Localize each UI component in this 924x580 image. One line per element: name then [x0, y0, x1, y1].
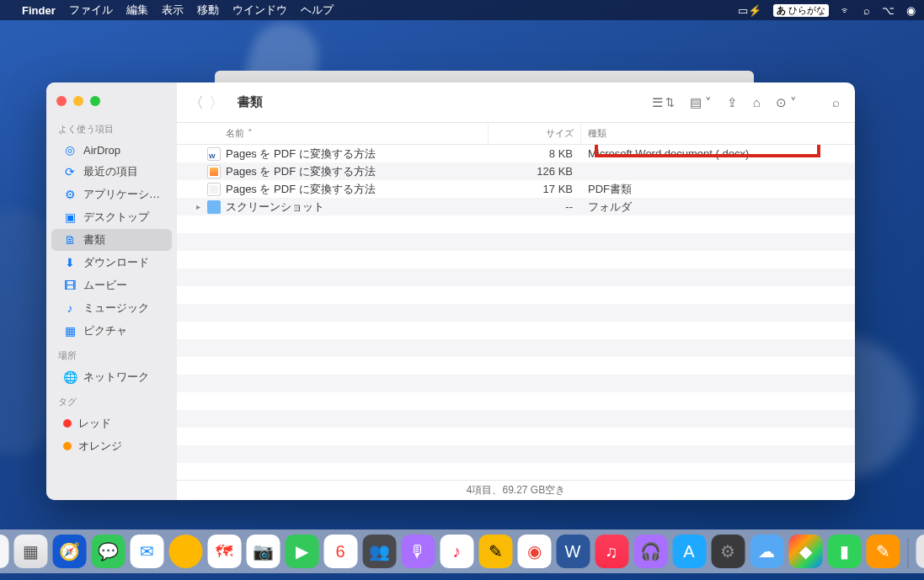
app-name[interactable]: Finder	[22, 4, 56, 17]
dock-app[interactable]: 🗺	[207, 535, 241, 568]
dock-app[interactable]: ◉	[517, 535, 551, 568]
file-name: Pages を PDF に変換する方法	[226, 182, 376, 197]
menu-window[interactable]: ウインドウ	[232, 3, 287, 18]
empty-row	[177, 233, 855, 251]
view-list-button[interactable]: ☰ ⇅	[649, 93, 678, 113]
empty-row	[177, 445, 855, 463]
file-name: Pages を PDF に変換する方法	[226, 164, 376, 179]
input-source[interactable]: あひらがな	[773, 4, 829, 17]
forward-button[interactable]: 〉	[209, 93, 224, 113]
window-title: 書類	[238, 94, 263, 110]
dock-app[interactable]: 🧭	[52, 535, 86, 568]
tags-button[interactable]: ⌂	[750, 93, 764, 112]
disclosure-icon[interactable]: ▸	[194, 202, 202, 211]
dock-app[interactable]: ✉	[130, 535, 163, 568]
close-button[interactable]	[56, 96, 67, 106]
file-row[interactable]: Pages を PDF に変換する方法126 KB	[177, 162, 855, 180]
dock-app[interactable]: 🎙	[401, 535, 435, 568]
menu-edit[interactable]: 編集	[126, 3, 148, 18]
share-button[interactable]: ⇪	[724, 93, 741, 113]
globe-icon: 🌐	[63, 370, 77, 384]
file-pages-icon	[207, 165, 221, 178]
group-button[interactable]: ▤ ˅	[686, 93, 715, 113]
sidebar-item[interactable]: レッド	[51, 412, 172, 434]
dock-app[interactable]: A	[672, 535, 706, 568]
file-size: 126 KB	[489, 165, 581, 178]
sidebar-section-label: よく使う項目	[46, 116, 177, 139]
sidebar-item[interactable]: ⟳最近の項目	[51, 161, 172, 183]
sidebar-item[interactable]: ▣デスクトップ	[51, 206, 172, 228]
menu-help[interactable]: ヘルプ	[301, 3, 334, 18]
siri-icon[interactable]: ◉	[906, 4, 916, 17]
dock-app[interactable]: 👥	[362, 535, 396, 568]
dock-app[interactable]: ♪	[440, 535, 473, 568]
empty-row	[177, 286, 855, 304]
sidebar-item[interactable]: ▦ピクチャ	[51, 320, 172, 342]
toolbar: 〈 〉 書類 ☰ ⇅ ▤ ˅ ⇪ ⌂ ⊙ ˅ ⌕	[177, 82, 855, 123]
file-kind: フォルダ	[581, 200, 855, 215]
file-row[interactable]: Pages を PDF に変換する方法17 KBPDF書類	[177, 180, 855, 198]
dock-app[interactable]: 📷	[246, 535, 280, 568]
empty-row	[177, 428, 855, 445]
dock-app[interactable]: ◆	[788, 535, 822, 568]
sidebar-item-label: ピクチャ	[83, 323, 127, 338]
sidebar-item[interactable]: 🌐ネットワーク	[51, 366, 172, 388]
sidebar-item[interactable]: ⚙アプリケーシ…	[51, 184, 172, 205]
dock-app[interactable]: ☺	[0, 535, 8, 568]
empty-row	[177, 322, 855, 339]
empty-row	[177, 216, 855, 233]
dock-app[interactable]: W	[556, 535, 590, 568]
annotation-highlight	[595, 145, 820, 157]
dock-app[interactable]: ▶	[285, 535, 318, 568]
desktop-icon: ▣	[63, 210, 77, 224]
back-button[interactable]: 〈	[189, 93, 204, 113]
minimize-button[interactable]	[73, 96, 83, 106]
empty-row	[177, 251, 855, 269]
battery-icon[interactable]: ▭⚡	[738, 4, 761, 17]
column-kind[interactable]: 種類	[581, 123, 855, 144]
dock-app[interactable]	[168, 535, 202, 568]
sidebar-item-label: アプリケーシ…	[83, 187, 160, 202]
file-row[interactable]: ▸スクリーンショット--フォルダ	[177, 198, 855, 216]
action-button[interactable]: ⊙ ˅	[772, 93, 800, 113]
file-kind: PDF書類	[581, 182, 855, 197]
control-center-icon[interactable]: ⌥	[882, 4, 895, 17]
menu-go[interactable]: 移動	[197, 3, 219, 18]
file-list: Pages を PDF に変換する方法8 KBMicrosoft Word do…	[177, 145, 855, 480]
sidebar-item[interactable]: 🎞ムービー	[51, 274, 172, 296]
column-name[interactable]: 名前 ˄	[177, 123, 489, 144]
dock-app[interactable]: ✎	[478, 535, 512, 568]
dock-app[interactable]: ⚙	[711, 535, 745, 568]
sidebar-item[interactable]: 🗎書類	[51, 229, 172, 251]
dock-app[interactable]: ♫	[595, 535, 628, 568]
spotlight-icon[interactable]: ⌕	[863, 4, 870, 17]
dock-app[interactable]: ▦	[13, 535, 47, 568]
file-folder-icon	[207, 200, 221, 214]
sidebar-item[interactable]: オレンジ	[51, 435, 172, 457]
zoom-button[interactable]	[90, 96, 100, 106]
sidebar-item[interactable]: ◎AirDrop	[51, 140, 172, 160]
dock-app[interactable]: ☁	[750, 535, 783, 568]
sidebar-item-label: ダウンロード	[83, 255, 149, 270]
dock-app[interactable]: ▮	[827, 535, 861, 568]
down-icon: ⬇	[63, 256, 77, 269]
dock-app[interactable]: 💬	[91, 535, 125, 568]
music-icon: ♪	[63, 301, 77, 315]
empty-row	[177, 339, 855, 357]
sidebar-item[interactable]: ⬇ダウンロード	[51, 252, 172, 274]
dock-trash[interactable]: 🗑	[916, 535, 924, 568]
menu-file[interactable]: ファイル	[69, 3, 113, 18]
dock-app[interactable]: 🎧	[633, 535, 667, 568]
sidebar-item[interactable]: ♪ミュージック	[51, 297, 172, 319]
dock-app[interactable]: ✎	[866, 535, 900, 568]
dock-app[interactable]: 6	[323, 535, 357, 568]
column-size[interactable]: サイズ	[489, 123, 581, 144]
tag-color-icon	[63, 442, 72, 450]
search-button[interactable]: ⌕	[829, 93, 843, 112]
doc-icon: 🗎	[63, 233, 77, 247]
menu-view[interactable]: 表示	[162, 3, 184, 18]
wifi-icon[interactable]: ᯤ	[841, 4, 852, 17]
sidebar-item-label: ミュージック	[83, 301, 149, 316]
movie-icon: 🎞	[63, 279, 77, 292]
empty-row	[177, 375, 855, 392]
